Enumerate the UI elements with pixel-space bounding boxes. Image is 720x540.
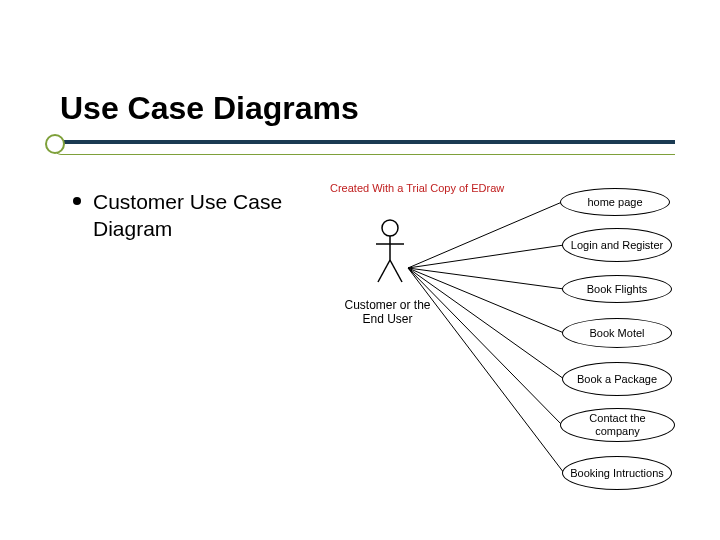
bullet-icon <box>73 197 81 205</box>
uc-motel: Book Motel <box>562 318 672 348</box>
page-title: Use Case Diagrams <box>60 90 359 127</box>
uc-home: home page <box>560 188 670 216</box>
actor-icon <box>370 218 410 288</box>
svg-line-10 <box>378 260 390 282</box>
actor-label: Customer or the End User <box>340 298 435 327</box>
svg-line-11 <box>390 260 402 282</box>
uc-contact: Contact the company <box>560 408 675 442</box>
uc-package: Book a Package <box>562 362 672 396</box>
title-underline <box>55 140 675 155</box>
svg-line-2 <box>408 268 564 289</box>
bullet-item: Customer Use Case Diagram <box>73 188 323 243</box>
svg-line-0 <box>408 202 562 268</box>
slide: Use Case Diagrams Customer Use Case Diag… <box>0 0 720 540</box>
svg-line-1 <box>408 245 564 268</box>
uc-booking: Booking Intructions <box>562 456 672 490</box>
uc-flights: Book Flights <box>562 275 672 303</box>
svg-line-5 <box>408 268 562 425</box>
uc-login: Login and Register <box>562 228 672 262</box>
svg-point-7 <box>382 220 398 236</box>
use-case-diagram: Customer or the End User home pageLogin … <box>330 178 690 518</box>
bullet-text: Customer Use Case Diagram <box>93 188 323 243</box>
